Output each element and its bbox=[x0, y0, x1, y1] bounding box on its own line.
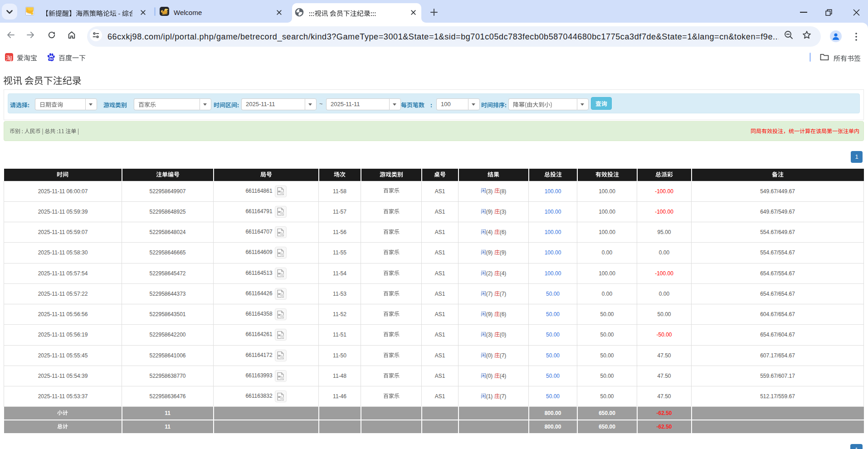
svg-text:du: du bbox=[49, 57, 53, 60]
